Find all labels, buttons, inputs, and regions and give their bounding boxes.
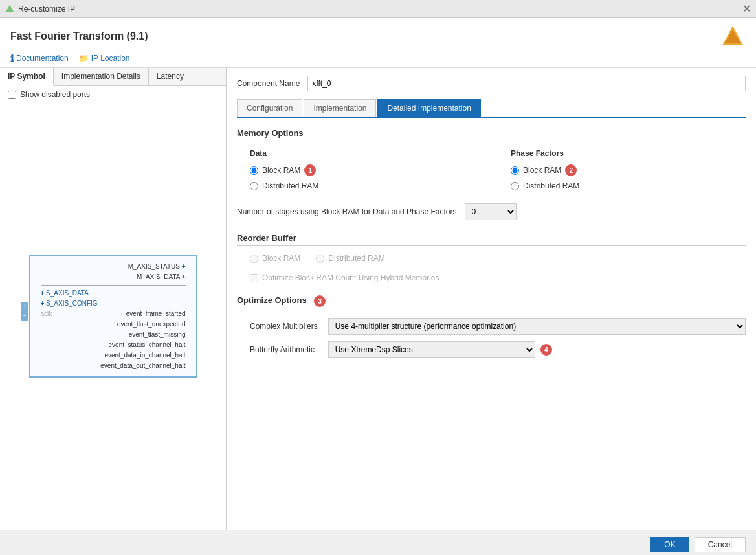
left-panel: IP Symbol Implementation Details Latency…	[0, 68, 227, 530]
data-block-ram-label: Block RAM	[262, 166, 300, 175]
optimize-hybrid-label: Optimize Block RAM Count Using Hybrid Me…	[262, 273, 439, 282]
inner-tab-bar: Configuration Implementation Detailed Im…	[237, 99, 746, 118]
badge-1: 1	[304, 164, 316, 176]
optimize-grid: Complex Multipliers Use 4-multiplier str…	[237, 318, 746, 358]
header-links: ℹ Documentation 📁 IP Location	[0, 52, 756, 68]
butterfly-row: Use XtremeDsp Slices Use CLB logic 4	[328, 341, 746, 358]
port-row-event-tlast-unexp: event_tlast_unexpected	[41, 319, 186, 330]
component-name-row: Component Name	[237, 76, 746, 91]
phase-block-ram-label: Block RAM	[523, 166, 561, 175]
phase-factors-column: Phase Factors Block RAM 2 Distributed RA…	[511, 149, 746, 196]
port-row-event-frame: aclk event_frame_started	[41, 309, 186, 319]
tab-configuration[interactable]: Configuration	[237, 99, 302, 117]
rb-block-ram-row: Block RAM	[250, 254, 300, 263]
ip-symbol-box: M_AXIS_STATUS + M_AXIS_DATA + + S_AXIS_D…	[29, 255, 197, 378]
port-row-s-axis-data: + S_AXIS_DATA	[41, 288, 186, 299]
documentation-link[interactable]: ℹ Documentation	[10, 53, 69, 63]
rb-distributed-ram-row: Distributed RAM	[316, 254, 384, 263]
title-bar: Re-customize IP ✕	[0, 0, 756, 18]
reorder-radios: Block RAM Distributed RAM	[237, 254, 746, 268]
right-panel: Component Name Configuration Implementat…	[227, 68, 756, 530]
memory-options-section: Memory Options Data Block RAM 1 Distribu…	[237, 128, 746, 220]
butterfly-arithmetic-label: Butterfly Arithmetic	[250, 345, 318, 354]
component-name-input[interactable]	[307, 76, 746, 91]
info-icon: ℹ	[10, 53, 14, 63]
phase-block-ram-row: Block RAM 2	[511, 164, 746, 176]
tab-detailed-implementation[interactable]: Detailed Implementation	[377, 99, 480, 117]
memory-grid: Data Block RAM 1 Distributed RAM Phase F…	[237, 149, 746, 196]
memory-options-title: Memory Options	[237, 128, 746, 141]
optimize-checkbox-row: Optimize Block RAM Count Using Hybrid Me…	[237, 273, 746, 282]
app-icon	[5, 5, 14, 14]
expand-handles: + +	[21, 302, 28, 321]
svg-marker-0	[6, 5, 14, 12]
symbol-container: + + M_AXIS_STATUS + M_AXIS_DATA +	[29, 255, 197, 378]
reorder-buffer-section: Reorder Buffer Block RAM Distributed RAM…	[237, 233, 746, 282]
symbol-area: + + M_AXIS_STATUS + M_AXIS_DATA +	[0, 103, 226, 530]
page-title: Fast Fourier Transform (9.1)	[10, 30, 148, 42]
data-distributed-ram-row: Distributed RAM	[250, 181, 485, 190]
port-row-event-tlast-missing: event_tlast_missing	[41, 330, 186, 340]
stages-select[interactable]: 0 1 2 3	[465, 203, 517, 220]
ip-location-link[interactable]: 📁 IP Location	[79, 54, 130, 63]
location-icon: 📁	[79, 54, 89, 63]
data-column-header: Data	[250, 149, 485, 158]
port-row-event-status-halt: event_status_channel_halt	[41, 340, 186, 350]
xilinx-logo	[720, 23, 746, 49]
port-row-m-axis-data: M_AXIS_DATA +	[41, 272, 186, 282]
phase-distributed-ram-row: Distributed RAM	[511, 181, 746, 190]
stages-row: Number of stages using Block RAM for Dat…	[237, 203, 746, 220]
cancel-button[interactable]: Cancel	[695, 537, 746, 552]
butterfly-arithmetic-select[interactable]: Use XtremeDsp Slices Use CLB logic	[328, 341, 535, 358]
tab-ip-symbol[interactable]: IP Symbol	[0, 68, 54, 86]
left-tab-bar: IP Symbol Implementation Details Latency	[0, 68, 226, 86]
port-row-s-axis-config: + S_AXIS_CONFIG	[41, 299, 186, 309]
header: Fast Fourier Transform (9.1)	[0, 18, 756, 52]
port-row-m-axis-status: M_AXIS_STATUS +	[41, 262, 186, 272]
rb-block-ram-label: Block RAM	[262, 254, 300, 263]
optimize-options-title: Optimize Options 3	[237, 295, 746, 310]
show-disabled-ports-checkbox[interactable]	[8, 91, 16, 99]
bottom-bar: OK Cancel	[0, 530, 756, 555]
tab-implementation-details[interactable]: Implementation Details	[54, 68, 149, 85]
port-row-event-data-in-halt: event_data_in_channel_halt	[41, 350, 186, 361]
phase-distributed-ram-radio[interactable]	[511, 182, 519, 190]
complex-multipliers-label: Complex Multipliers	[250, 322, 318, 331]
expand-handle-2[interactable]: +	[21, 311, 28, 321]
main-layout: IP Symbol Implementation Details Latency…	[0, 68, 756, 530]
data-block-ram-radio[interactable]	[250, 166, 258, 175]
phase-distributed-ram-label: Distributed RAM	[523, 181, 579, 190]
port-row-event-data-out-halt: event_data_out_channel_halt	[41, 361, 186, 371]
stages-label: Number of stages using Block RAM for Dat…	[237, 207, 457, 216]
ok-button[interactable]: OK	[650, 537, 689, 552]
title-bar-text: Re-customize IP	[18, 5, 75, 14]
expand-handle-1[interactable]: +	[21, 302, 28, 311]
tab-implementation[interactable]: Implementation	[304, 99, 376, 117]
phase-block-ram-radio[interactable]	[511, 166, 519, 175]
show-disabled-ports-label: Show disabled ports	[20, 90, 90, 99]
show-disabled-ports-row: Show disabled ports	[0, 86, 226, 103]
tab-latency[interactable]: Latency	[149, 68, 192, 85]
optimize-options-section: Optimize Options 3 Complex Multipliers U…	[237, 295, 746, 358]
data-distributed-ram-label: Distributed RAM	[262, 181, 318, 190]
optimize-hybrid-checkbox	[250, 274, 258, 282]
port-divider	[41, 285, 186, 286]
data-distributed-ram-radio[interactable]	[250, 182, 258, 190]
badge-3: 3	[314, 295, 326, 307]
rb-block-ram-radio	[250, 255, 258, 263]
component-name-label: Component Name	[237, 79, 300, 88]
badge-4: 4	[540, 344, 552, 356]
complex-multipliers-select[interactable]: Use 4-multiplier structure (performance …	[328, 318, 746, 335]
data-column: Data Block RAM 1 Distributed RAM	[250, 149, 485, 196]
reorder-buffer-title: Reorder Buffer	[237, 233, 746, 246]
close-button[interactable]: ✕	[742, 4, 751, 14]
rb-distributed-ram-label: Distributed RAM	[328, 254, 384, 263]
data-block-ram-row: Block RAM 1	[250, 164, 485, 176]
phase-factors-header: Phase Factors	[511, 149, 746, 158]
rb-distributed-ram-radio	[316, 255, 324, 263]
badge-2: 2	[565, 164, 577, 176]
